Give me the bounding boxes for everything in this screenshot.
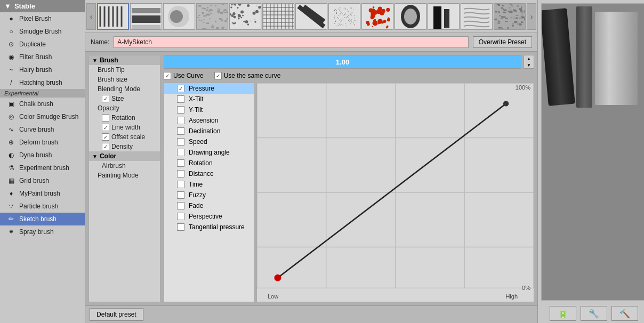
sensor-checkbox-ascension[interactable]	[177, 117, 184, 124]
curve-panel: 1.00 ▲ ▼ Use Curve Use the same	[164, 55, 534, 302]
settings-section-color-section[interactable]: ▼Color	[89, 151, 160, 161]
sensor-item-x-tilt[interactable]: X-Tilt	[164, 94, 254, 104]
sidebar-item-hatching-brush[interactable]: /Hatching brush	[0, 76, 85, 89]
smudge-brush-label: Smudge Brush	[19, 28, 61, 35]
settings-item-size[interactable]: Size	[89, 94, 160, 103]
sidebar-item-sketch-brush[interactable]: ✏Sketch brush	[0, 213, 85, 225]
curve-spin[interactable]: ▲ ▼	[524, 55, 534, 69]
sensor-item-drawing-angle[interactable]: Drawing angle	[164, 147, 254, 158]
name-input[interactable]	[114, 36, 468, 48]
preset-nav-next[interactable]: ›	[527, 3, 536, 30]
use-same-curve-checkbox-item[interactable]: Use the same curve	[214, 72, 281, 79]
preset-thumb-p13[interactable]	[494, 3, 526, 30]
preset-thumb-p6[interactable]	[262, 3, 294, 30]
sidebar-item-experiment-brush[interactable]: ⚗Experiment brush	[0, 162, 85, 174]
preset-thumb-p5[interactable]	[229, 3, 261, 30]
sidebar-item-filter-brush[interactable]: ◉Filter Brush	[0, 51, 85, 63]
preset-thumb-p8[interactable]	[328, 3, 360, 30]
sidebar-item-deform-brush[interactable]: ⊕Deform brush	[0, 136, 85, 149]
settings-item-line-width[interactable]: Line width	[89, 123, 160, 132]
use-curve-checkbox-item[interactable]: Use Curve	[164, 72, 204, 79]
sensor-item-fade[interactable]: Fade	[164, 200, 254, 211]
settings-item-brush-tip[interactable]: Brush Tip	[89, 65, 160, 75]
sensor-item-time[interactable]: Time	[164, 179, 254, 190]
curve-value-text: 1.00	[336, 58, 349, 66]
sidebar-item-duplicate[interactable]: ⊙Duplicate	[0, 38, 85, 51]
settings-item-density[interactable]: Density	[89, 142, 160, 151]
curve-slider[interactable]: 1.00	[164, 55, 521, 69]
sidebar-item-dyna-brush[interactable]: ◐Dyna brush	[0, 149, 85, 162]
sensor-checkbox-fade[interactable]	[177, 202, 184, 209]
settings-checkbox-size[interactable]	[102, 95, 109, 102]
sensor-checkbox-speed[interactable]	[177, 138, 184, 146]
preset-thumb-p11[interactable]	[428, 3, 460, 30]
sidebar-item-smudge-brush[interactable]: ○Smudge Brush	[0, 25, 85, 38]
settings-item-rotation[interactable]: Rotation	[89, 113, 160, 123]
use-curve-checkbox[interactable]	[164, 72, 171, 79]
preset-thumb-p10[interactable]	[395, 3, 426, 30]
preset-thumb-p9[interactable]	[361, 3, 393, 30]
sidebar-item-particle-brush[interactable]: ∵Particle brush	[0, 200, 85, 213]
settings-item-offset-scale[interactable]: Offset scale	[89, 132, 160, 142]
sidebar-item-chalk-brush[interactable]: ▣Chalk brush	[0, 98, 85, 110]
sensor-checkbox-perspective[interactable]	[177, 213, 184, 220]
settings-checkbox-rotation[interactable]	[102, 114, 109, 122]
brush-section-header[interactable]: ▼ Brush	[89, 55, 160, 65]
sensor-item-fuzzy[interactable]: Fuzzy	[164, 190, 254, 200]
spray-brush-icon: ⁕	[6, 227, 16, 237]
sensor-item-declination[interactable]: Declination	[164, 126, 254, 136]
settings-item-airbrush[interactable]: Airbrush	[89, 161, 160, 171]
settings-item-painting-mode[interactable]: Painting Mode	[89, 171, 160, 180]
sensor-checkbox-pressure[interactable]	[177, 85, 184, 92]
settings-item-brush-size[interactable]: Brush size	[89, 75, 160, 84]
duplicate-label: Duplicate	[19, 41, 46, 48]
sensor-item-perspective[interactable]: Perspective	[164, 211, 254, 222]
pixel-brush-label: Pixel Brush	[19, 15, 52, 22]
sensor-checkbox-declination[interactable]	[177, 127, 184, 135]
sensor-checkbox-y-tilt[interactable]	[177, 106, 184, 114]
overwrite-preset-button[interactable]: Overwrite Preset	[473, 36, 532, 48]
sensor-checkbox-x-tilt[interactable]	[177, 95, 184, 103]
settings-item-blending-mode[interactable]: Blending Mode	[89, 84, 160, 94]
sensor-checkbox-fuzzy[interactable]	[177, 191, 184, 199]
sensor-checkbox-time[interactable]	[177, 181, 184, 188]
preset-thumb-p1[interactable]	[97, 3, 129, 30]
sidebar-item-curve-brush[interactable]: ∿Curve brush	[0, 123, 85, 136]
sidebar-item-grid-brush[interactable]: ▦Grid brush	[0, 174, 85, 187]
sensor-checkbox-tangential-pressure[interactable]	[177, 223, 184, 231]
sensor-item-ascension[interactable]: Ascension	[164, 115, 254, 126]
sensor-item-distance[interactable]: Distance	[164, 168, 254, 179]
sensor-checkbox-drawing-angle[interactable]	[177, 149, 184, 156]
use-same-curve-checkbox[interactable]	[214, 72, 222, 79]
settings-checkbox-line-width[interactable]	[102, 124, 109, 131]
preset-thumb-p4[interactable]	[196, 3, 228, 30]
sensor-item-tangential-pressure[interactable]: Tangential pressure	[164, 222, 254, 232]
settings-item-opacity[interactable]: Opacity	[89, 103, 160, 113]
sensor-item-rotation[interactable]: Rotation	[164, 158, 254, 168]
preview-zoom-out-button[interactable]: 🔋	[550, 306, 576, 321]
default-preset-button[interactable]: Default preset	[90, 308, 143, 321]
sidebar-item-hairy-brush[interactable]: ~Hairy brush	[0, 63, 85, 76]
sensor-item-y-tilt[interactable]: Y-Tilt	[164, 104, 254, 115]
preview-settings-button[interactable]: 🔨	[611, 306, 638, 321]
sidebar-item-spray-brush[interactable]: ⁕Spray brush	[0, 225, 85, 238]
preset-thumb-p2[interactable]	[130, 3, 162, 30]
sidebar-item-color-smudge-brush[interactable]: ◎Color Smudge Brush	[0, 110, 85, 123]
preset-nav-prev[interactable]: ‹	[86, 3, 96, 30]
sensor-checkbox-rotation[interactable]	[177, 159, 184, 167]
preset-thumb-p3[interactable]	[163, 3, 195, 30]
sidebar-item-mypaint-brush[interactable]: ♦MyPaint brush	[0, 187, 85, 200]
preset-thumb-p7[interactable]	[295, 3, 327, 30]
sensor-checkbox-distance[interactable]	[177, 170, 184, 177]
preset-thumb-p12[interactable]	[461, 3, 493, 30]
sensor-item-pressure[interactable]: Pressure	[164, 83, 254, 94]
sidebar-item-pixel-brush[interactable]: ●Pixel Brush	[0, 12, 85, 25]
sensor-item-speed[interactable]: Speed	[164, 136, 254, 147]
sensor-list: PressureX-TiltY-TiltAscensionDeclination…	[164, 83, 254, 302]
curve-graph-container[interactable]: 100% 0% Low High	[256, 83, 534, 302]
preview-reset-button[interactable]: 🔧	[581, 306, 607, 321]
settings-checkbox-density[interactable]	[102, 143, 109, 150]
settings-checkbox-offset-scale[interactable]	[102, 133, 109, 141]
curve-spin-down[interactable]: ▼	[524, 62, 534, 68]
curve-spin-up[interactable]: ▲	[524, 55, 534, 62]
